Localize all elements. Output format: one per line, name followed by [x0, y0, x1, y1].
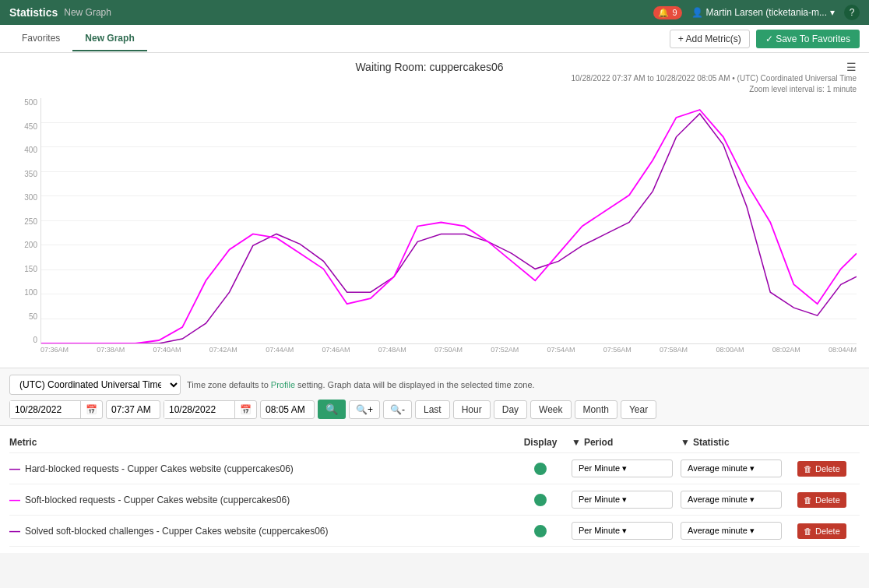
trash-icon-1: 🗑 — [804, 464, 812, 474]
delete-button-3[interactable]: 🗑 Delete — [797, 523, 846, 539]
bell-icon: 🔔 — [658, 8, 669, 18]
range-day-button[interactable]: Day — [494, 400, 527, 419]
y-label-450: 450 — [12, 122, 40, 131]
date-from-input[interactable] — [10, 401, 80, 418]
notifications-count: 9 — [672, 8, 677, 17]
profile-link[interactable]: Profile — [271, 380, 297, 389]
save-favorites-button[interactable]: ✓ Save To Favorites — [756, 30, 860, 48]
chart-wrapper: 0 50 100 150 200 250 300 350 400 450 500 — [12, 98, 857, 363]
range-week-button[interactable]: Week — [530, 400, 571, 419]
timezone-select[interactable]: (UTC) Coordinated Universal Time — [9, 375, 181, 395]
period-dropdown-3[interactable]: Per Minute ▾ — [572, 522, 673, 540]
user-icon: 👤 — [691, 7, 703, 18]
user-menu[interactable]: 👤 Martin Larsen (ticketania-m... ▾ — [691, 7, 835, 18]
chart-menu-icon[interactable]: ☰ — [846, 61, 857, 73]
y-label-300: 300 — [12, 193, 40, 202]
chart-plot — [40, 98, 857, 344]
x-label-4: 07:44AM — [266, 346, 294, 354]
tab-bar-right: + Add Metric(s) ✓ Save To Favorites — [670, 30, 860, 48]
filter-statistic-icon: ▼ — [681, 437, 690, 448]
calendar-from-icon[interactable]: 📅 — [80, 401, 102, 418]
metric-row: — Hard-blocked requests - Cupper Cakes w… — [9, 453, 860, 484]
metric-action-3: 🗑 Delete — [797, 523, 860, 539]
statistic-dropdown-3[interactable]: Average minute ▾ — [681, 522, 782, 540]
y-label-150: 150 — [12, 265, 40, 273]
display-toggle-1[interactable] — [534, 463, 547, 475]
x-label-14: 08:04AM — [829, 346, 857, 354]
metric-statistic-1: Average minute ▾ — [681, 459, 797, 477]
delete-button-2[interactable]: 🗑 Delete — [797, 492, 846, 508]
chart-title: Waiting Room: cuppercakes06 — [12, 61, 857, 73]
y-label-200: 200 — [12, 241, 40, 249]
zoom-out-button[interactable]: 🔍- — [383, 400, 412, 419]
period-dropdown-1[interactable]: Per Minute ▾ — [572, 459, 673, 477]
range-year-button[interactable]: Year — [621, 400, 656, 419]
col-header-statistic: ▼ Statistic — [681, 437, 797, 448]
range-last-button[interactable]: Last — [415, 400, 450, 419]
tab-new-graph[interactable]: New Graph — [72, 26, 146, 51]
top-nav-right: 🔔 9 👤 Martin Larsen (ticketania-m... ▾ ? — [653, 5, 860, 20]
statistic-dropdown-1[interactable]: Average minute ▾ — [681, 459, 782, 477]
metric-color-3: — — [9, 525, 22, 537]
y-label-500: 500 — [12, 98, 40, 107]
chart-x-axis: 07:36AM 07:38AM 07:40AM 07:42AM 07:44AM … — [40, 346, 857, 363]
display-toggle-3[interactable] — [534, 525, 547, 537]
metric-period-3: Per Minute ▾ — [572, 522, 681, 540]
date-to-input[interactable] — [164, 401, 234, 418]
metric-color-2: — — [9, 494, 22, 506]
x-label-5: 07:46AM — [322, 346, 350, 354]
col-header-display: Display — [509, 437, 572, 448]
metric-color-1: — — [9, 463, 22, 475]
y-label-350: 350 — [12, 170, 40, 178]
display-toggle-2[interactable] — [534, 494, 547, 506]
top-nav: Statistics New Graph 🔔 9 👤 Martin Larsen… — [0, 0, 869, 25]
controls-bar: (UTC) Coordinated Universal Time Time zo… — [0, 368, 869, 426]
metric-statistic-3: Average minute ▾ — [681, 522, 797, 540]
user-name: Martin Larsen (ticketania-m... — [706, 7, 827, 18]
metric-period-2: Per Minute ▾ — [572, 491, 681, 509]
chevron-down-icon: ▾ — [830, 7, 835, 18]
x-label-6: 07:48AM — [378, 346, 406, 354]
filter-period-icon: ▼ — [572, 437, 581, 448]
tab-favorites[interactable]: Favorites — [9, 26, 72, 51]
range-hour-button[interactable]: Hour — [453, 400, 491, 419]
add-metric-button[interactable]: + Add Metric(s) — [670, 30, 750, 48]
timezone-row: (UTC) Coordinated Universal Time Time zo… — [9, 375, 860, 395]
date-to-group: 📅 — [164, 400, 257, 419]
metric-display-3 — [509, 525, 572, 537]
metric-display-2 — [509, 494, 572, 506]
y-label-100: 100 — [12, 288, 40, 297]
chart-header: ☰ Waiting Room: cuppercakes06 10/28/2022… — [12, 61, 857, 95]
notifications-badge[interactable]: 🔔 9 — [653, 6, 681, 19]
y-label-50: 50 — [12, 312, 40, 321]
x-label-1: 07:38AM — [97, 346, 125, 354]
chart-svg — [41, 98, 857, 343]
trash-icon-3: 🗑 — [804, 526, 812, 536]
chart-container: ☰ Waiting Room: cuppercakes06 10/28/2022… — [0, 53, 869, 368]
calendar-to-icon[interactable]: 📅 — [234, 401, 256, 418]
chart-meta-line2: Zoom level interval is: 1 minute — [12, 84, 857, 95]
y-label-250: 250 — [12, 217, 40, 226]
x-label-12: 08:00AM — [716, 346, 744, 354]
period-dropdown-2[interactable]: Per Minute ▾ — [572, 491, 673, 509]
range-month-button[interactable]: Month — [575, 400, 617, 419]
metric-row: — Solved soft-blocked challenges - Cuppe… — [9, 516, 860, 547]
statistic-dropdown-2[interactable]: Average minute ▾ — [681, 491, 782, 509]
zoom-in-button[interactable]: 🔍+ — [349, 400, 380, 419]
tab-bar: Favorites New Graph + Add Metric(s) ✓ Sa… — [0, 25, 869, 53]
metric-name-3: Solved soft-blocked challenges - Cupper … — [25, 526, 509, 537]
x-label-11: 07:58AM — [660, 346, 688, 354]
top-nav-left: Statistics New Graph — [9, 6, 111, 19]
metric-statistic-2: Average minute ▾ — [681, 491, 797, 509]
date-from-group: 📅 — [9, 400, 103, 419]
metric-name-2: Soft-blocked requests - Cupper Cakes web… — [25, 495, 509, 505]
metric-name-1: Hard-blocked requests - Cupper Cakes web… — [25, 463, 509, 474]
delete-button-1[interactable]: 🗑 Delete — [797, 461, 846, 477]
x-label-9: 07:54AM — [547, 346, 575, 354]
metric-row: — Soft-blocked requests - Cupper Cakes w… — [9, 484, 860, 516]
help-button[interactable]: ? — [844, 5, 860, 20]
time-from-input[interactable] — [106, 400, 160, 419]
search-button[interactable]: 🔍 — [318, 400, 346, 419]
x-label-8: 07:52AM — [491, 346, 519, 354]
time-to-input[interactable] — [260, 400, 315, 419]
